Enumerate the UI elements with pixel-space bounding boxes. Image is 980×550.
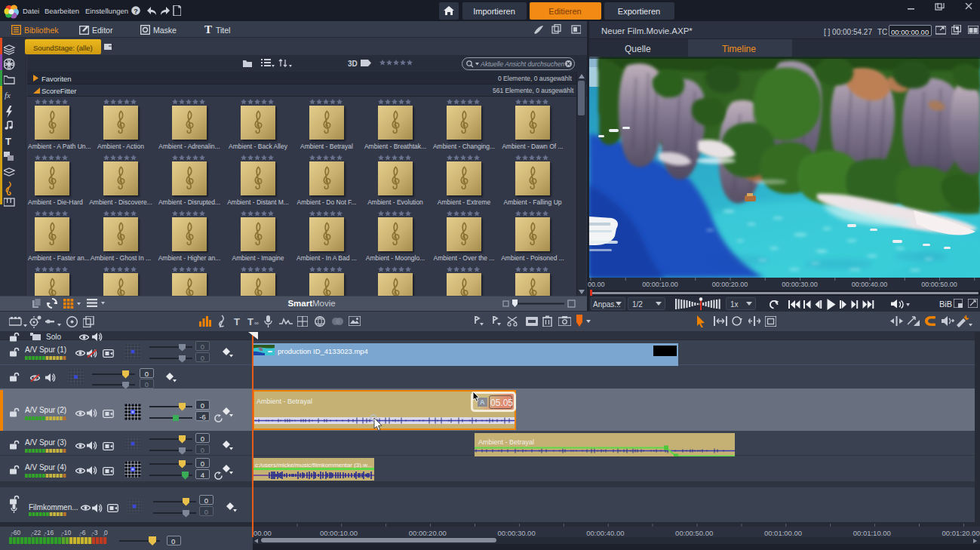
svg-text:fx: fx xyxy=(5,91,11,100)
svg-text:?: ? xyxy=(134,8,138,15)
svg-text:T: T xyxy=(5,136,11,147)
